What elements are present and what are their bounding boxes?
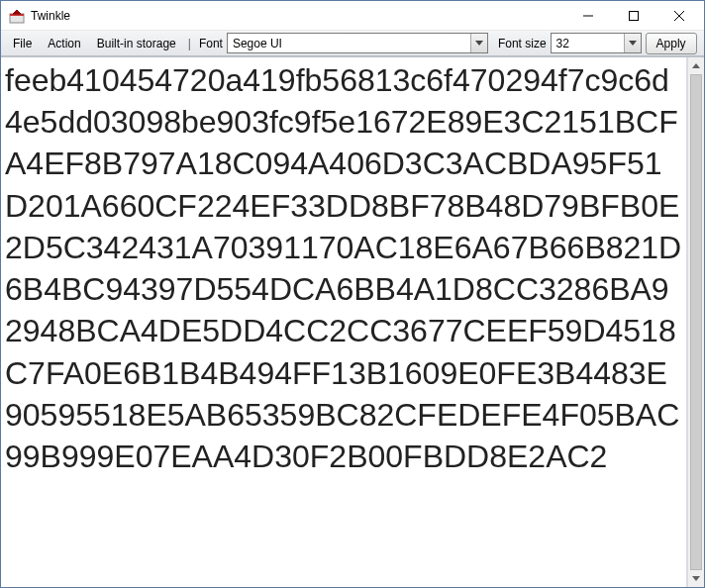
svg-rect-4 (630, 11, 639, 20)
svg-marker-9 (692, 63, 700, 68)
chevron-down-icon[interactable] (624, 34, 641, 52)
svg-marker-2 (13, 10, 21, 14)
font-label: Font (195, 34, 227, 53)
menu-storage[interactable]: Built-in storage (89, 34, 184, 53)
scroll-thumb[interactable] (690, 74, 702, 570)
maximize-button[interactable] (611, 1, 656, 30)
client-area: feeb410454720a419fb56813c6f470294f7c9c6d… (1, 56, 704, 587)
apply-button[interactable]: Apply (646, 33, 697, 54)
font-combo-value: Segoe UI (228, 37, 470, 50)
font-size-value: 32 (552, 37, 624, 50)
app-icon (9, 8, 25, 24)
menu-file[interactable]: File (5, 34, 40, 53)
window-title: Twinkle (31, 9, 565, 23)
menu-separator: | (184, 37, 195, 50)
menubar: File Action Built-in storage | Font Sego… (1, 31, 704, 56)
font-combo[interactable]: Segoe UI (227, 33, 488, 53)
chevron-down-icon[interactable] (470, 34, 487, 52)
svg-marker-10 (692, 576, 700, 581)
scroll-up-icon[interactable] (688, 57, 704, 74)
text-editor[interactable]: feeb410454720a419fb56813c6f470294f7c9c6d… (1, 57, 687, 587)
titlebar[interactable]: Twinkle (1, 1, 704, 31)
close-button[interactable] (656, 1, 702, 30)
menu-action[interactable]: Action (40, 34, 88, 53)
vertical-scrollbar[interactable] (687, 57, 704, 587)
svg-marker-8 (629, 41, 637, 46)
font-size-combo[interactable]: 32 (551, 33, 642, 53)
minimize-button[interactable] (565, 1, 611, 30)
scroll-track[interactable] (688, 74, 704, 570)
scroll-down-icon[interactable] (688, 570, 704, 587)
svg-marker-7 (475, 41, 483, 46)
font-size-label: Font size (494, 34, 551, 53)
app-window: Twinkle File Action Built-in storage | F… (0, 0, 705, 588)
